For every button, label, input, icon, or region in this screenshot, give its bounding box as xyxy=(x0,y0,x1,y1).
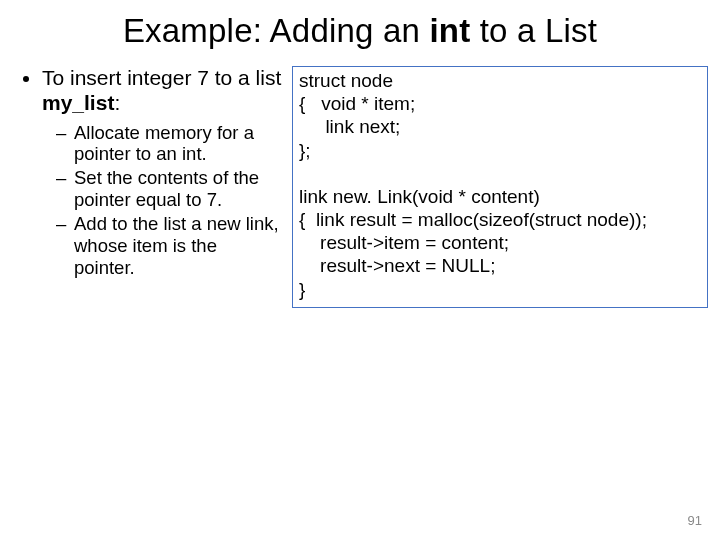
title-post: to a List xyxy=(470,12,597,49)
left-column: To insert integer 7 to a list my_list: A… xyxy=(22,66,282,308)
main-bullet: To insert integer 7 to a list my_list: A… xyxy=(42,66,282,278)
sub-bullet-2: Set the contents of the pointer equal to… xyxy=(60,167,282,211)
main-bold: my_list xyxy=(42,91,114,114)
page-number: 91 xyxy=(688,513,702,528)
right-column: struct node { void * item; link next; };… xyxy=(292,66,708,308)
sub-bullet-3: Add to the list a new link, whose item i… xyxy=(60,213,282,278)
sub-bullet-1: Allocate memory for a pointer to an int. xyxy=(60,122,282,166)
code-box: struct node { void * item; link next; };… xyxy=(292,66,708,308)
title-bold: int xyxy=(429,12,470,49)
content-row: To insert integer 7 to a list my_list: A… xyxy=(0,66,720,308)
title-pre: Example: Adding an xyxy=(123,12,430,49)
slide-title: Example: Adding an int to a List xyxy=(0,0,720,50)
bullet-list: To insert integer 7 to a list my_list: A… xyxy=(22,66,282,278)
sub-bullet-list: Allocate memory for a pointer to an int.… xyxy=(42,122,282,279)
main-post: : xyxy=(114,91,120,114)
main-pre: To insert integer 7 to a list xyxy=(42,66,281,89)
slide: Example: Adding an int to a List To inse… xyxy=(0,0,720,540)
